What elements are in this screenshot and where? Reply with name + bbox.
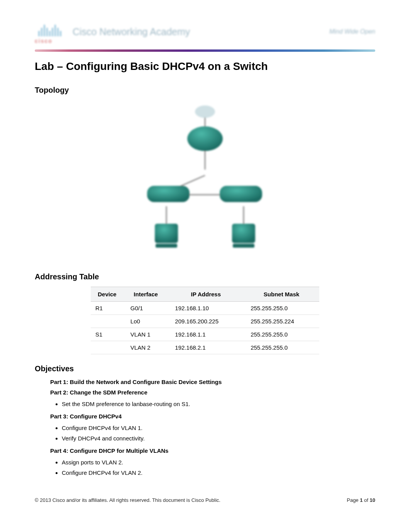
table-row: Lo0 209.165.200.225 255.255.255.224 (91, 315, 319, 328)
svg-rect-9 (220, 186, 262, 202)
col-device: Device (91, 287, 124, 302)
svg-rect-10 (155, 224, 178, 243)
cell-interface: G0/1 (124, 302, 168, 315)
page-number: Page 1 of 10 (347, 497, 375, 503)
topology-heading: Topology (35, 86, 375, 95)
cell-ip: 192.168.1.10 (168, 302, 244, 315)
copyright-text: © 2013 Cisco and/or its affiliates. All … (35, 497, 220, 503)
cell-device: S1 (91, 328, 124, 341)
table-row: VLAN 2 192.168.2.1 255.255.255.0 (91, 341, 319, 354)
topology-diagram (35, 100, 375, 262)
list-item: Assign ports to VLAN 2. (62, 457, 375, 467)
part2-bullets: Set the SDM preference to lanbase-routin… (62, 399, 375, 409)
table-row: R1 G0/1 192.168.1.10 255.255.255.0 (91, 302, 319, 315)
cell-ip: 192.168.2.1 (168, 341, 244, 354)
academy-heading: Cisco Networking Academy (73, 26, 190, 37)
cell-mask: 255.255.255.0 (244, 341, 319, 354)
part1-title: Part 1: Build the Network and Configure … (50, 379, 375, 385)
list-item: Set the SDM preference to lanbase-routin… (62, 399, 375, 409)
part4-bullets: Assign ports to VLAN 2. Configure DHCPv4… (62, 457, 375, 478)
part4-title: Part 4: Configure DHCP for Multiple VLAN… (50, 447, 375, 454)
cell-mask: 255.255.255.0 (244, 328, 319, 341)
table-header-row: Device Interface IP Address Subnet Mask (91, 287, 319, 302)
addressing-table: Device Interface IP Address Subnet Mask … (91, 287, 319, 354)
cell-device (91, 315, 124, 328)
addressing-heading: Addressing Table (35, 272, 375, 281)
lab-title: Lab – Configuring Basic DHCPv4 on a Swit… (35, 60, 375, 73)
svg-rect-8 (147, 186, 190, 202)
header-tagline: Mind Wide Open (329, 28, 375, 35)
cisco-logo: cisco (35, 19, 65, 44)
list-item: Configure DHCPv4 for VLAN 2. (62, 467, 375, 478)
cell-mask: 255.255.255.224 (244, 315, 319, 328)
part3-bullets: Configure DHCPv4 for VLAN 1. Verify DHCP… (62, 423, 375, 444)
cell-interface: VLAN 1 (124, 328, 168, 341)
cisco-logo-text: cisco (35, 38, 65, 44)
svg-rect-12 (232, 224, 255, 243)
svg-rect-13 (233, 244, 254, 248)
part3-title: Part 3: Configure DHCPv4 (50, 413, 375, 420)
header-gradient-divider (35, 49, 375, 52)
list-item: Verify DHCPv4 and connectivity. (62, 433, 375, 444)
col-interface: Interface (124, 287, 168, 302)
cell-ip: 192.168.1.1 (168, 328, 244, 341)
cell-mask: 255.255.255.0 (244, 302, 319, 315)
header-bar: cisco Cisco Networking Academy Mind Wide… (35, 15, 375, 49)
col-ip: IP Address (168, 287, 244, 302)
list-item: Configure DHCPv4 for VLAN 1. (62, 423, 375, 433)
cell-device: R1 (91, 302, 124, 315)
part2-title: Part 2: Change the SDM Preference (50, 389, 375, 396)
svg-rect-11 (156, 244, 177, 248)
cell-ip: 209.165.200.225 (168, 315, 244, 328)
page-footer: © 2013 Cisco and/or its affiliates. All … (35, 482, 375, 515)
logo-wrap: cisco Cisco Networking Academy (35, 19, 190, 44)
cell-interface: Lo0 (124, 315, 168, 328)
objectives-heading: Objectives (35, 364, 375, 373)
svg-point-7 (187, 126, 223, 151)
svg-point-5 (195, 105, 215, 118)
table-row: S1 VLAN 1 192.168.1.1 255.255.255.0 (91, 328, 319, 341)
cell-device (91, 341, 124, 354)
cell-interface: VLAN 2 (124, 341, 168, 354)
col-mask: Subnet Mask (244, 287, 319, 302)
